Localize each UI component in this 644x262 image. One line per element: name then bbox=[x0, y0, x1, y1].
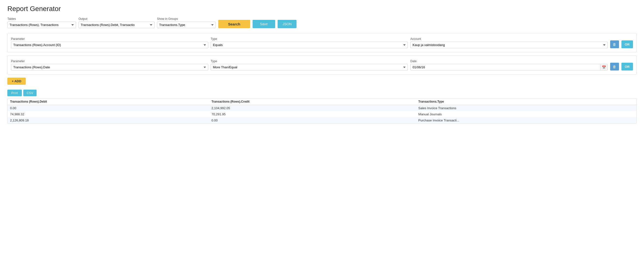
filter-row-0: ParameterTransactions (Rows).Account (ID… bbox=[7, 33, 637, 52]
groups-select[interactable]: Transactions.Type bbox=[157, 21, 216, 28]
filter-date-input-1[interactable] bbox=[410, 64, 600, 70]
add-button[interactable]: + ADD bbox=[7, 78, 26, 85]
filter-or-button-1[interactable]: OR bbox=[622, 63, 633, 71]
filter-param-select-0[interactable]: Transactions (Rows).Account (ID) bbox=[11, 42, 208, 48]
json-button[interactable]: JSON bbox=[278, 20, 296, 28]
filter-delete-button-0[interactable]: 🗑 bbox=[610, 40, 619, 48]
filter-param-group-1: ParameterTransactions (Rows).Date bbox=[11, 59, 208, 71]
col-header-1: Transactions (Rows).Credit bbox=[209, 98, 416, 105]
table-cell-2-0: 2,126,809.18 bbox=[8, 117, 209, 124]
filter-type-group-1: TypeMore Than/Equal bbox=[211, 59, 408, 71]
output-control: Output Transactions (Rows).Debit, Transa… bbox=[78, 17, 154, 28]
table-cell-0-2: Sales Invoice Transactions bbox=[416, 105, 636, 111]
csv-button[interactable]: CSV bbox=[23, 90, 37, 96]
groups-control: Show in Groups Transactions.Type bbox=[157, 17, 216, 28]
top-controls: Tables Transactions (Rows), Transactions… bbox=[7, 17, 637, 28]
filter-param-label-1: Parameter bbox=[11, 59, 208, 63]
table-cell-1-2: Manual Journals bbox=[416, 111, 636, 117]
page-title: Report Generator bbox=[7, 5, 637, 13]
table-row[interactable]: 74,988.3270,291.95Manual Journals bbox=[8, 111, 636, 117]
filter-or-button-0[interactable]: OR bbox=[622, 40, 633, 48]
table-cell-2-2: Purchase Invoice Transacti... bbox=[416, 117, 636, 124]
tables-label: Tables bbox=[7, 17, 76, 20]
results-table: Transactions (Rows).DebitTransactions (R… bbox=[8, 98, 636, 124]
filter-type-select-1[interactable]: More Than/Equal bbox=[211, 64, 408, 71]
table-row[interactable]: 2,126,809.180.00Purchase Invoice Transac… bbox=[8, 117, 636, 124]
save-button[interactable]: Save bbox=[252, 20, 275, 28]
table-cell-0-1: 2,104,992.05 bbox=[209, 105, 416, 111]
filter-container: ParameterTransactions (Rows).Account (ID… bbox=[7, 33, 637, 75]
filter-param-label-0: Parameter bbox=[11, 37, 208, 41]
results-table-wrapper: Transactions (Rows).DebitTransactions (R… bbox=[7, 98, 637, 124]
filter-value-label-1: Date bbox=[410, 59, 608, 63]
table-row[interactable]: 0.002,104,992.05Sales Invoice Transactio… bbox=[8, 105, 636, 111]
filter-type-select-0[interactable]: Equals bbox=[211, 42, 408, 48]
calendar-icon[interactable]: 📅 bbox=[600, 64, 608, 70]
filter-value-select-0[interactable]: Kaup ja valmistoodang bbox=[410, 42, 608, 48]
filter-date-wrapper-1: 📅 bbox=[410, 64, 608, 71]
filter-row-1: ParameterTransactions (Rows).DateTypeMor… bbox=[7, 55, 637, 75]
col-header-0: Transactions (Rows).Debit bbox=[8, 98, 209, 105]
filter-type-group-0: TypeEquals bbox=[211, 37, 408, 48]
filter-type-label-0: Type bbox=[211, 37, 408, 41]
print-button[interactable]: Print bbox=[7, 90, 22, 96]
table-cell-1-1: 70,291.95 bbox=[209, 111, 416, 117]
search-button[interactable]: Search bbox=[218, 20, 250, 28]
col-header-2: Transactions.Type bbox=[416, 98, 636, 105]
table-cell-1-0: 74,988.32 bbox=[8, 111, 209, 117]
output-select[interactable]: Transactions (Rows).Debit, Transactio bbox=[78, 21, 154, 28]
output-label: Output bbox=[78, 17, 154, 20]
groups-label: Show in Groups bbox=[157, 17, 216, 20]
table-cell-0-0: 0.00 bbox=[8, 105, 209, 111]
filter-param-group-0: ParameterTransactions (Rows).Account (ID… bbox=[11, 37, 208, 48]
filter-param-select-1[interactable]: Transactions (Rows).Date bbox=[11, 64, 208, 71]
tables-select[interactable]: Transactions (Rows), Transactions bbox=[7, 21, 76, 28]
filter-value-group-0: AccountKaup ja valmistoodang bbox=[410, 37, 608, 48]
table-cell-2-1: 0.00 bbox=[209, 117, 416, 124]
filter-value-group-1: Date📅 bbox=[410, 59, 608, 71]
action-row: Print CSV bbox=[7, 90, 637, 96]
tables-control: Tables Transactions (Rows), Transactions bbox=[7, 17, 76, 28]
filter-type-label-1: Type bbox=[211, 59, 408, 63]
filter-value-label-0: Account bbox=[410, 37, 608, 41]
filter-delete-button-1[interactable]: 🗑 bbox=[610, 63, 619, 71]
